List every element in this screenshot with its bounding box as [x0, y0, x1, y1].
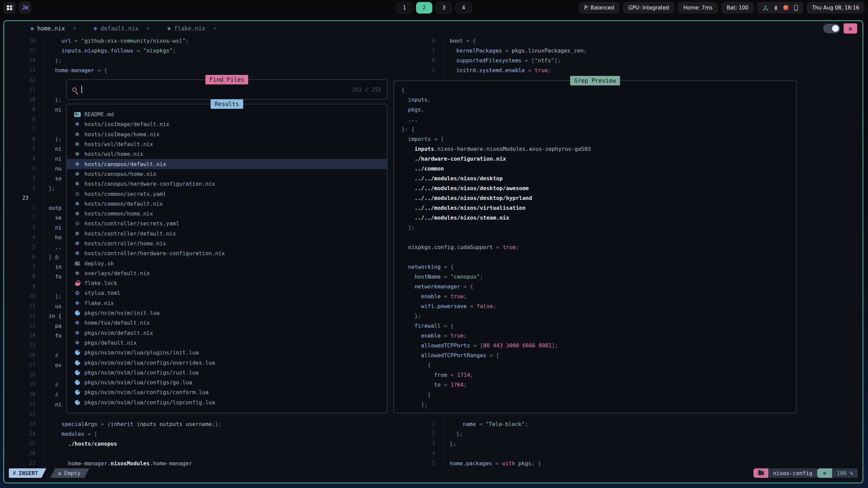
result-item[interactable]: >_deploy.sh — [67, 258, 387, 268]
preview-line: allowedTCPPortRanges = [ — [401, 350, 796, 360]
code-text: }; — [48, 183, 55, 193]
status-pill-p[interactable]: P: Balanced — [579, 2, 619, 14]
result-item[interactable]: ❄pkgs/nvim/default.nix — [67, 328, 387, 338]
result-item[interactable]: ❄hosts/controller/hardware-configuration… — [67, 248, 387, 258]
tab-close-icon[interactable]: × — [214, 25, 217, 32]
result-item[interactable]: ❄hosts/canopus/hardware-configuration.ni… — [67, 179, 387, 189]
result-item[interactable]: ❄hosts/isoImage/home.nix — [67, 129, 387, 139]
status-pill-home[interactable]: Home: 7ms — [678, 2, 718, 14]
lua-file-icon — [75, 400, 80, 405]
code-text: se — [48, 213, 62, 223]
system-tray[interactable] — [757, 2, 803, 14]
result-item[interactable]: ❄hosts/canopus/home.nix — [67, 169, 387, 179]
result-filename: hosts/controller/default.nix — [84, 230, 176, 237]
result-filename: hosts/controller/home.nix — [84, 240, 166, 247]
result-item[interactable]: ❄flake.nix — [67, 298, 387, 308]
search-icon — [72, 87, 77, 92]
result-item[interactable]: pkgs/nvim/nvim/lua/configs/conform.lua — [67, 387, 387, 397]
launcher-button[interactable] — [3, 2, 16, 14]
top-status-bar: JW 1234 P: BalancedGPU: IntegratedHome: … — [0, 0, 868, 16]
result-item[interactable]: M↓README.md — [67, 109, 387, 119]
result-filename: hosts/isoImage/default.nix — [84, 121, 169, 127]
code-text: # — [48, 390, 58, 400]
lua-file-icon — [75, 360, 80, 365]
code-line: 8 boot = { — [404, 36, 859, 46]
result-filename: flake.nix — [84, 300, 114, 306]
scroll-percent: 100 % — [832, 468, 858, 478]
window-close-button[interactable]: × — [844, 23, 857, 34]
tab-label: default.nix — [100, 25, 139, 32]
result-item[interactable]: pkgs/nvim/nvim/lua/configs/lspconfig.lua — [67, 398, 387, 407]
result-item[interactable]: ⚙hosts/common/secrets.yaml — [67, 189, 387, 199]
line-number: 26 — [9, 449, 39, 459]
code-text: in { — [48, 311, 62, 321]
code-text: ov — [48, 360, 62, 370]
line-number: 7 — [9, 262, 39, 272]
result-item[interactable]: ❄hosts/common/home.nix — [67, 209, 387, 219]
result-filename: deploy.sh — [84, 260, 114, 267]
workspace-1[interactable]: 1 — [396, 2, 413, 14]
line-number: 2 — [404, 429, 440, 439]
line-number: 6 — [9, 252, 39, 262]
result-item[interactable]: pkgs/nvim/nvim/lua/configs/overrides.lua — [67, 358, 387, 367]
code-text: in — [48, 262, 62, 272]
preview-line: wifi.powersave = false; — [401, 301, 796, 311]
result-item[interactable]: flake.lock — [67, 278, 387, 288]
workspace-4[interactable]: 4 — [455, 2, 472, 14]
code-line: 1 name = "Tela-black"; — [404, 419, 859, 429]
result-filename: hosts/controller/hardware-configuration.… — [84, 250, 225, 257]
result-filename: hosts/common/secrets.yaml — [84, 191, 166, 197]
result-item[interactable]: ❄hosts/wsl/default.nix — [67, 139, 387, 149]
sh-file-icon: >_ — [75, 261, 80, 266]
tab-home.nix[interactable]: ❄home.nix× — [31, 25, 76, 32]
clock[interactable]: Thu Aug 08, 18:16 — [807, 2, 865, 14]
line-number: 14 — [9, 56, 39, 65]
result-item[interactable]: ❄overlays/default.nix — [67, 268, 387, 278]
pin-toggle[interactable] — [823, 24, 840, 33]
result-item[interactable]: pkgs/nvim/nvim/lua/configs/go.lua — [67, 378, 387, 387]
line-number: 24 — [9, 429, 39, 439]
line-number: 20 — [9, 390, 39, 400]
result-item[interactable]: ❄hosts/controller/home.nix — [67, 239, 387, 248]
code-line: 5 initrd.systemd.enable = true; — [404, 65, 859, 75]
result-item[interactable]: pkgs/nvim/nvim/init.lua — [67, 308, 387, 318]
preview-line: hostName = "canopus"; — [401, 272, 796, 282]
folder-icon — [758, 471, 764, 475]
result-item[interactable]: pkgs/nvim/nvim/lua/plugins/init.lua — [67, 348, 387, 358]
vim-icon: V — [13, 470, 16, 476]
code-text: nu — [48, 164, 62, 174]
result-item[interactable]: ❄hosts/isoImage/default.nix — [67, 119, 387, 129]
result-item[interactable]: ❄hosts/wsl/home.nix — [67, 149, 387, 159]
result-item[interactable]: ❄pkgs/default.nix — [67, 338, 387, 348]
result-filename: pkgs/nvim/nvim/lua/plugins/init.lua — [84, 349, 199, 356]
code-line: 6 supportedFilesystems = ["ntfs"]; — [404, 56, 859, 65]
code-line: 3 }; — [404, 439, 859, 449]
lua-file-icon — [75, 310, 80, 316]
tab-close-icon[interactable]: × — [147, 25, 150, 32]
tab-default.nix[interactable]: ❄default.nix× — [94, 25, 150, 32]
preview-line: }; — [401, 311, 796, 321]
workspace-3[interactable]: 3 — [436, 2, 452, 14]
line-number: 9 — [9, 282, 39, 291]
logo-button[interactable]: JW — [19, 2, 31, 14]
nix-file-icon: ❄ — [94, 25, 97, 32]
result-item[interactable]: ❄hosts/controller/default.nix — [67, 229, 387, 239]
result-item[interactable]: ⚙hosts/controller/secrets.yaml — [67, 219, 387, 228]
result-item[interactable]: pkgs/nvim/nvim/lua/configs/rust.lua — [67, 368, 387, 378]
code-text: fo — [48, 272, 62, 282]
status-pill-gpu[interactable]: GPU: Integrated — [623, 2, 674, 14]
file-status-label: Empty — [64, 470, 80, 476]
result-item[interactable]: ❄hosts/canopus/default.nix — [67, 159, 387, 169]
line-number: 5 — [9, 242, 39, 252]
result-item[interactable]: ❄home/tux/default.nix — [67, 318, 387, 328]
result-item[interactable]: ⚙stylua.toml — [67, 288, 387, 298]
status-pill-bat[interactable]: Bat: 100 — [721, 2, 754, 14]
tab-close-icon[interactable]: × — [73, 25, 76, 32]
workspace-2[interactable]: 2 — [416, 2, 432, 14]
find-files-prompt[interactable]: Find Files 251 / 251 — [66, 79, 388, 100]
result-filename: pkgs/nvim/nvim/lua/configs/conform.lua — [84, 389, 209, 395]
tab-flake.nix[interactable]: ❄flake.nix× — [167, 25, 217, 32]
apps-grid-icon — [7, 5, 12, 10]
code-text: ho — [48, 232, 62, 242]
result-item[interactable]: ❄hosts/common/default.nix — [67, 199, 387, 209]
